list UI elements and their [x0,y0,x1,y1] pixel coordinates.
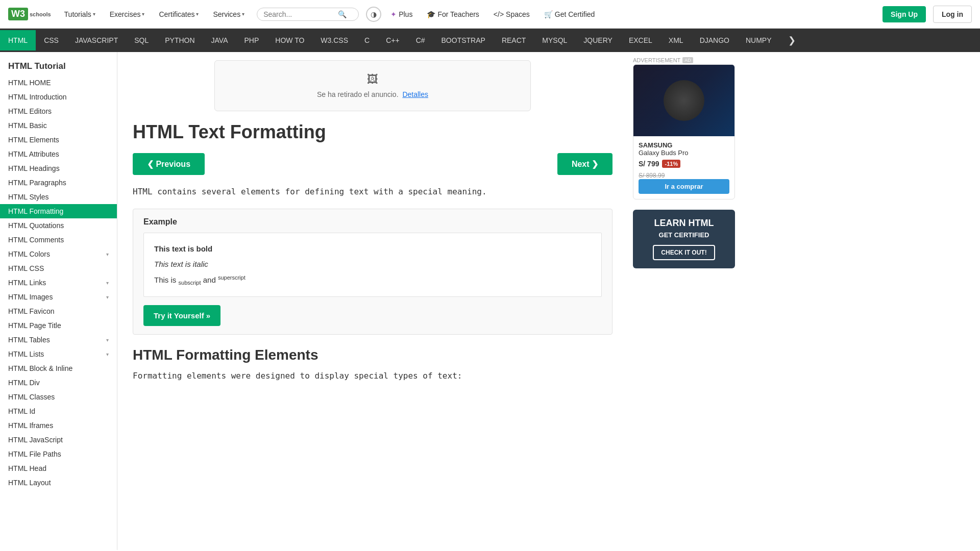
sidebar-item-html-editors[interactable]: HTML Editors [0,104,117,118]
lang-item-python[interactable]: PYTHON [157,30,203,51]
sidebar-item-html-quotations[interactable]: HTML Quotations [0,218,117,233]
sidebar-item-html-layout[interactable]: HTML Layout [0,475,117,490]
lang-item-django[interactable]: DJANGO [692,30,738,51]
lang-item-css[interactable]: CSS [36,30,67,51]
sidebar-item-label: HTML Comments [8,236,64,244]
sidebar-item-html-javascript[interactable]: HTML JavaScript [0,433,117,447]
lang-item-c[interactable]: C [356,30,378,51]
sidebar-item-html-tables[interactable]: HTML Tables▾ [0,333,117,347]
lang-more-button[interactable]: ❯ [780,29,804,52]
sidebar-item-html-file-paths[interactable]: HTML File Paths [0,447,117,461]
theme-toggle-button[interactable]: ◑ [366,7,381,22]
sidebar: HTML Tutorial HTML HOMEHTML Introduction… [0,52,117,550]
ad-product-card[interactable]: SAMSUNG Galaxy Buds Pro S/ 799 -11% S/ 8… [633,64,735,199]
lang-item-mysql[interactable]: MYSQL [534,30,575,51]
sidebar-item-html-page-title[interactable]: HTML Page Title [0,318,117,333]
sidebar-item-label: HTML File Paths [8,450,61,458]
sidebar-item-html-id[interactable]: HTML Id [0,404,117,418]
signup-button[interactable]: Sign Up [883,6,926,22]
language-bar: HTMLCSSJAVASCRIPTSQLPYTHONJAVAPHPHOW TOW… [0,29,980,52]
sidebar-item-label: HTML Attributes [8,150,59,158]
nav-for-teachers[interactable]: 🎓 For Teachers [422,7,484,21]
sidebar-item-label: HTML CSS [8,264,44,272]
lang-item-c#[interactable]: C# [408,30,433,51]
search-icon[interactable]: 🔍 [338,10,347,18]
previous-button[interactable]: ❮ Previous [133,153,205,175]
nav-get-certified[interactable]: 🛒 Get Certified [539,7,600,21]
sidebar-item-html-images[interactable]: HTML Images▾ [0,290,117,304]
sidebar-item-html-css[interactable]: HTML CSS [0,261,117,276]
sidebar-item-html-iframes[interactable]: HTML Iframes [0,418,117,433]
sidebar-item-html-block-&-inline[interactable]: HTML Block & Inline [0,361,117,375]
sidebar-item-html-headings[interactable]: HTML Headings [0,161,117,176]
sidebar-item-html-formatting[interactable]: HTML Formatting [0,204,117,218]
example-content: This text is bold This text is italic Th… [143,233,602,297]
lang-item-xml[interactable]: XML [660,30,692,51]
lang-item-numpy[interactable]: NUMPY [738,30,780,51]
ad-brand-name: SAMSUNG [639,141,729,149]
sidebar-item-html-attributes[interactable]: HTML Attributes [0,147,117,161]
next-button[interactable]: Next ❯ [557,153,612,175]
sidebar-item-html-introduction[interactable]: HTML Introduction [0,90,117,104]
sidebar-item-label: HTML Block & Inline [8,364,72,372]
lang-item-jquery[interactable]: JQUERY [575,30,621,51]
lang-item-c++[interactable]: C++ [378,30,407,51]
sidebar-item-label: HTML Lists [8,350,44,358]
nav-buttons-row: ❮ Previous Next ❯ [133,153,612,175]
sidebar-item-label: HTML Iframes [8,421,53,430]
page-description: HTML contains several elements for defin… [133,185,612,198]
lang-item-react[interactable]: REACT [494,30,534,51]
nav-exercises[interactable]: Exercises ▾ [105,7,150,21]
lang-item-javascript[interactable]: JAVASCRIPT [67,30,126,51]
tutorials-chevron-icon: ▾ [93,11,95,17]
sidebar-item-html-lists[interactable]: HTML Lists▾ [0,347,117,361]
sidebar-item-label: HTML Classes [8,393,55,401]
expand-icon: ▾ [106,352,109,357]
nav-plus[interactable]: ✦ Plus [385,7,418,21]
search-input[interactable] [263,10,335,18]
ad-learn-button[interactable]: CHECK IT OUT! [653,245,715,260]
sidebar-item-html-basic[interactable]: HTML Basic [0,118,117,133]
ad-buy-button[interactable]: Ir a comprar [639,179,729,194]
lang-item-how-to[interactable]: HOW TO [267,30,312,51]
ad-badge: AD [682,57,693,63]
sidebar-item-html-div[interactable]: HTML Div [0,375,117,390]
example-italic-text: This text is italic [154,257,591,272]
sidebar-item-html-favicon[interactable]: HTML Favicon [0,304,117,318]
sidebar-item-label: HTML Headings [8,164,60,172]
sidebar-item-html-elements[interactable]: HTML Elements [0,133,117,147]
sidebar-item-label: HTML Images [8,293,53,301]
lang-item-w3.css[interactable]: W3.CSS [312,30,356,51]
lang-item-excel[interactable]: EXCEL [621,30,660,51]
sidebar-item-html-styles[interactable]: HTML Styles [0,190,117,204]
login-button[interactable]: Log in [933,6,972,23]
subscript-text: subscript [179,280,201,286]
main-layout: HTML Tutorial HTML HOMEHTML Introduction… [0,52,980,550]
sidebar-item-html-links[interactable]: HTML Links▾ [0,276,117,290]
nav-tutorials[interactable]: Tutorials ▾ [59,7,101,21]
lang-item-java[interactable]: JAVA [203,30,236,51]
advertisement-label: ADVERTISEMENT AD [633,57,735,63]
logo[interactable]: W3 schools [8,8,51,21]
lang-item-php[interactable]: PHP [236,30,267,51]
ad-learn-card: LEARN HTML GET CERTIFIED CHECK IT OUT! [633,210,735,268]
sidebar-item-label: HTML Elements [8,136,59,144]
sidebar-item-html-paragraphs[interactable]: HTML Paragraphs [0,176,117,190]
sidebar-item-html-classes[interactable]: HTML Classes [0,390,117,404]
nav-services[interactable]: Services ▾ [208,7,250,21]
sidebar-item-html-head[interactable]: HTML Head [0,461,117,475]
sidebar-item-label: HTML Tables [8,336,50,344]
lang-item-sql[interactable]: SQL [126,30,157,51]
lang-item-bootstrap[interactable]: BOOTSTRAP [433,30,494,51]
sidebar-item-html-colors[interactable]: HTML Colors▾ [0,247,117,261]
sidebar-item-label: HTML Styles [8,193,49,201]
expand-icon: ▾ [106,337,109,343]
sidebar-item-html-home[interactable]: HTML HOME [0,76,117,90]
ad-details-link[interactable]: Detalles [402,90,428,98]
try-it-yourself-button[interactable]: Try it Yourself » [143,305,220,326]
sidebar-item-html-comments[interactable]: HTML Comments [0,233,117,247]
nav-spaces[interactable]: </> Spaces [488,7,535,21]
lang-item-html[interactable]: HTML [0,30,36,51]
nav-certificates[interactable]: Certificates ▾ [154,7,204,21]
sidebar-item-label: HTML Quotations [8,221,64,230]
